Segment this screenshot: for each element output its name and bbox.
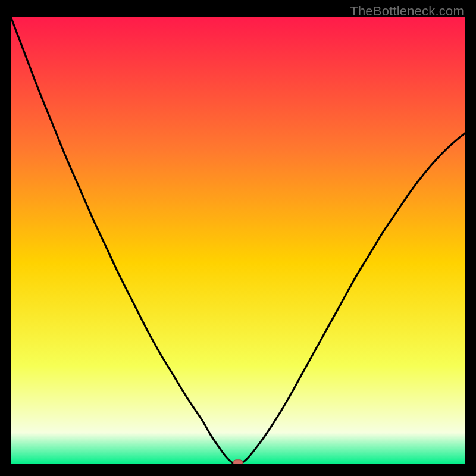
chart-plot-area xyxy=(11,17,465,464)
chart-frame: TheBottleneck.com xyxy=(0,0,476,476)
gradient-background xyxy=(11,17,465,464)
optimal-point-marker xyxy=(233,460,243,464)
chart-svg xyxy=(11,17,465,464)
